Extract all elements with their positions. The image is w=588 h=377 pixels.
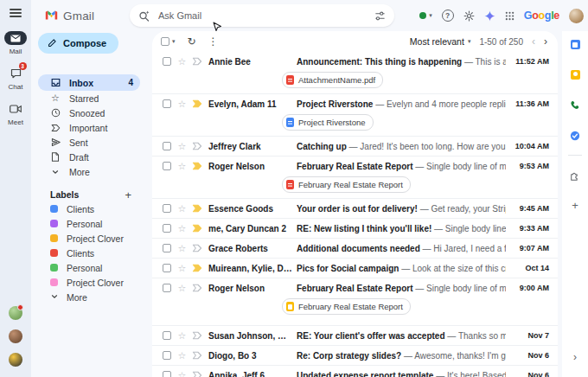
row-checkbox[interactable]: [163, 244, 171, 252]
row-checkbox[interactable]: [163, 162, 171, 170]
settings-gear-icon[interactable]: [463, 10, 475, 22]
attachment-chip[interactable]: Project Riverstone: [282, 114, 374, 131]
label-item-personal[interactable]: Personal: [38, 260, 152, 275]
row-checkbox[interactable]: [163, 284, 171, 292]
email-row[interactable]: ☆ me, Cary Duncan 2 RE: New listing I th…: [152, 218, 558, 238]
email-row[interactable]: ☆ Diogo, Bo 3 Re: Corp strategy slides? …: [152, 345, 558, 365]
email-row[interactable]: ☆ Annika, Jeff 6 Updated expense report …: [152, 365, 558, 377]
star-icon[interactable]: ☆: [176, 162, 188, 171]
importance-marker-icon[interactable]: [191, 331, 203, 340]
sidebar-item-snoozed[interactable]: Snoozed: [38, 105, 140, 120]
collapse-panel-icon[interactable]: ›: [573, 351, 577, 377]
attachment-chip[interactable]: AttachmentName.pdf: [282, 72, 383, 88]
email-row[interactable]: ☆ Jeffrey Clark Catching up — Jared! It'…: [152, 136, 558, 156]
star-icon[interactable]: ☆: [176, 99, 188, 109]
apps-grid-icon[interactable]: [505, 11, 514, 21]
help-icon[interactable]: ?: [442, 10, 454, 22]
add-label-icon[interactable]: +: [125, 189, 131, 201]
email-row[interactable]: ☆ Annie Bee Announcement: This thing is …: [152, 52, 558, 93]
importance-marker-icon[interactable]: [191, 351, 203, 360]
attachment-chip[interactable]: February Real Estate Report: [282, 176, 411, 193]
label-item-project-clover[interactable]: Project Clover: [38, 275, 152, 290]
email-time: 9:00 AM: [506, 284, 549, 292]
star-icon[interactable]: ☆: [176, 57, 188, 67]
importance-marker-icon[interactable]: [191, 57, 203, 66]
sort-dropdown[interactable]: Most relevant ▾: [410, 36, 471, 47]
importance-marker-icon[interactable]: [191, 264, 203, 272]
sidebar-item-draft[interactable]: Draft: [38, 150, 140, 164]
rail-item-meet[interactable]: Meet: [4, 102, 27, 126]
star-icon[interactable]: ☆: [176, 284, 188, 293]
row-checkbox[interactable]: [163, 99, 171, 108]
chevron-down-icon[interactable]: ▾: [172, 38, 176, 45]
keep-icon[interactable]: [568, 69, 582, 80]
label-item-clients[interactable]: Clients: [38, 201, 152, 216]
gemini-icon[interactable]: [484, 10, 495, 22]
email-row[interactable]: ☆ Muireann, Kylie, David 5 Pics for Soci…: [152, 258, 558, 278]
row-checkbox[interactable]: [163, 331, 171, 340]
row-checkbox[interactable]: [163, 264, 171, 272]
importance-marker-icon[interactable]: [191, 204, 203, 213]
importance-marker-icon[interactable]: [191, 99, 203, 108]
addons-icon[interactable]: [568, 169, 582, 181]
menu-icon[interactable]: [10, 9, 22, 17]
tasks-icon[interactable]: [568, 130, 582, 141]
older-page-icon[interactable]: ›: [544, 36, 547, 47]
row-checkbox[interactable]: [163, 224, 171, 233]
more-options-icon[interactable]: ⋮: [208, 36, 219, 47]
email-row[interactable]: ☆ Roger Nelson February Real Estate Repo…: [152, 156, 558, 198]
chat-avatar-brown[interactable]: [9, 329, 22, 343]
sidebar-item-important[interactable]: Important: [38, 120, 140, 135]
label-item-clients[interactable]: Clients: [38, 246, 152, 260]
row-checkbox[interactable]: [163, 57, 171, 66]
importance-marker-icon[interactable]: [191, 371, 203, 377]
email-row[interactable]: ☆ Susan Johnson, me 2 RE: Your client's …: [152, 325, 558, 345]
star-icon[interactable]: ☆: [176, 351, 188, 361]
star-icon[interactable]: ☆: [176, 142, 188, 151]
rail-item-mail[interactable]: Mail: [4, 31, 27, 55]
newer-page-icon[interactable]: ‹: [532, 36, 535, 47]
email-row[interactable]: ☆ Evelyn, Adam 11 Project Riverstone — E…: [152, 93, 558, 136]
email-row[interactable]: ☆ Grace Roberts Additional documents nee…: [152, 238, 558, 258]
chat-avatar-green[interactable]: [9, 306, 22, 320]
importance-marker-icon[interactable]: [191, 244, 203, 252]
refresh-icon[interactable]: ↻: [188, 36, 196, 47]
importance-marker-icon[interactable]: [191, 224, 203, 233]
star-icon[interactable]: ☆: [176, 331, 188, 341]
labels-more[interactable]: More: [38, 290, 152, 304]
sidebar-item-more[interactable]: More: [38, 164, 140, 179]
row-checkbox[interactable]: [163, 351, 171, 360]
label-item-project-clover[interactable]: Project Clover: [38, 231, 152, 246]
account-avatar[interactable]: [569, 9, 584, 23]
search-bar[interactable]: [130, 4, 394, 27]
star-icon[interactable]: ☆: [176, 244, 188, 253]
sidebar-item-sent[interactable]: Sent: [38, 135, 140, 150]
star-icon[interactable]: ☆: [176, 264, 188, 273]
importance-marker-icon[interactable]: [191, 162, 203, 170]
sidebar-item-inbox[interactable]: Inbox4: [38, 74, 140, 91]
email-row[interactable]: ☆ Essence Goods Your order is out for de…: [152, 198, 558, 218]
add-icon[interactable]: +: [568, 200, 582, 211]
row-checkbox[interactable]: [163, 142, 171, 150]
label-item-personal[interactable]: Personal: [38, 216, 152, 231]
select-all-checkbox[interactable]: [161, 37, 169, 46]
row-checkbox[interactable]: [163, 204, 171, 213]
email-row[interactable]: ☆ Roger Nelson February Real Estate Repo…: [152, 278, 558, 320]
chat-avatar-yellow[interactable]: [9, 353, 22, 367]
status-indicator[interactable]: ▾: [419, 12, 432, 19]
star-icon[interactable]: ☆: [176, 224, 188, 233]
compose-button[interactable]: Compose: [38, 33, 118, 54]
sidebar-item-starred[interactable]: ☆Starred: [38, 91, 140, 105]
importance-marker-icon[interactable]: [191, 142, 203, 150]
importance-marker-icon[interactable]: [191, 284, 203, 292]
star-icon[interactable]: ☆: [176, 204, 188, 214]
star-icon[interactable]: ☆: [176, 371, 188, 377]
row-checkbox[interactable]: [163, 371, 171, 377]
attachment-chip[interactable]: February Real Estate Report: [282, 298, 411, 315]
google-logo[interactable]: Google: [524, 10, 559, 22]
calendar-icon[interactable]: [568, 39, 582, 50]
rail-item-chat[interactable]: 3Chat: [4, 67, 27, 91]
search-input[interactable]: [157, 10, 368, 22]
search-tune-icon[interactable]: [374, 10, 386, 22]
voice-icon[interactable]: [568, 99, 582, 111]
